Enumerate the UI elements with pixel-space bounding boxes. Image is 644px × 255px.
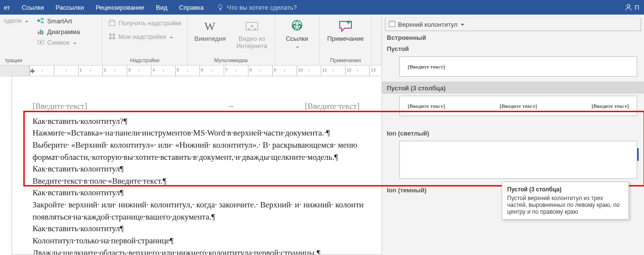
svg-rect-10: [109, 34, 112, 36]
my-addins-button[interactable]: Мои надстройки: [107, 32, 182, 41]
person-icon: [624, 3, 633, 12]
gallery-thumb-blank[interactable]: [Введите текст]: [399, 56, 637, 77]
group-label: Надстройки: [130, 56, 159, 64]
gallery-cat-blank[interactable]: Пустой: [382, 42, 644, 54]
chevron-down-icon: [295, 43, 299, 51]
addins-icon: [108, 33, 116, 40]
models-label: одели: [4, 17, 21, 24]
svg-rect-23: [389, 21, 395, 23]
group-comments: Примечание Примечания: [320, 15, 372, 65]
account-label: П: [635, 4, 639, 11]
gallery-dropdown[interactable]: Верхний колонтитул: [385, 17, 641, 31]
comment-button[interactable]: Примечание: [325, 17, 366, 43]
get-addins-button[interactable]: Получить надстройки: [107, 18, 182, 27]
link-icon: [289, 18, 305, 34]
links-button[interactable]: Ссылки: [280, 17, 314, 51]
tab-references[interactable]: Ссылки: [16, 0, 50, 15]
svg-point-17: [254, 28, 256, 30]
chart-icon: [37, 28, 45, 35]
gallery-section-builtin: Встроенный: [382, 31, 644, 42]
svg-point-8: [40, 41, 42, 43]
thumb-placeholder: [Введите текст]: [408, 64, 445, 69]
svg-rect-12: [109, 37, 112, 39]
svg-rect-5: [40, 30, 41, 34]
tab-cutoff[interactable]: ет: [3, 0, 16, 15]
online-video-button[interactable]: Видео из Интернета: [234, 17, 269, 50]
chart-label: Диаграмма: [47, 28, 80, 35]
online-video-label: Видео из Интернета: [234, 35, 269, 50]
wikipedia-button[interactable]: W Википедия: [193, 17, 228, 43]
my-addins-label: Мои надстройки: [118, 33, 166, 40]
tab-help[interactable]: Справка: [173, 0, 210, 15]
get-addins-label: Получить надстройки: [118, 19, 182, 27]
header-gallery: Верхний колонтитул Встроенный Пустой [Вв…: [381, 17, 644, 77]
svg-text:W: W: [204, 20, 215, 33]
group-media: W Википедия Видео из Интернета Мультимед…: [188, 15, 275, 65]
tab-view[interactable]: Вид: [150, 0, 173, 15]
tabs-left: ет Ссылки Рассылки Рецензирование Вид Сп…: [3, 0, 297, 15]
account-button[interactable]: П: [624, 3, 641, 12]
svg-rect-6: [42, 31, 43, 34]
indent-left[interactable]: [30, 70, 35, 76]
header-icon: [388, 20, 396, 29]
lightbulb-icon: [216, 3, 224, 11]
wikipedia-label: Википедия: [194, 35, 226, 43]
group-addins: Получить надстройки Мои надстройки Надст…: [102, 15, 188, 65]
svg-rect-9: [109, 21, 115, 26]
smartart-icon: [37, 17, 45, 25]
screenshot-button[interactable]: Снимок: [36, 38, 81, 47]
group-label: трации: [5, 56, 22, 64]
tab-review[interactable]: Рецензирование: [90, 0, 150, 15]
tell-me-label: Что вы хотите сделать?: [227, 4, 297, 11]
svg-rect-2: [41, 18, 44, 20]
smartart-label: SmartArt: [47, 17, 72, 25]
screenshot-icon: [37, 38, 45, 46]
tab-mailings[interactable]: Рассылки: [50, 0, 90, 15]
group-label: Мультимедиа: [214, 56, 248, 64]
models-button[interactable]: одели: [3, 17, 29, 25]
svg-rect-1: [37, 19, 40, 22]
chevron-down-icon: [72, 39, 76, 46]
svg-rect-13: [113, 37, 115, 39]
svg-point-16: [248, 28, 250, 30]
chevron-down-icon: [460, 21, 464, 28]
links-label: Ссылки: [286, 35, 308, 43]
group-label: Примечания: [330, 56, 361, 64]
tell-me[interactable]: Что вы хотите сделать?: [216, 3, 297, 11]
screenshot-label: Снимок: [47, 39, 69, 46]
store-icon: [108, 19, 116, 27]
chevron-down-icon: [24, 17, 28, 24]
wikipedia-icon: W: [202, 18, 218, 34]
group-illustrations: одели SmartArt Диаграмма Снимок трации: [0, 15, 102, 65]
comment-label: Примечание: [327, 35, 363, 43]
video-icon: [244, 18, 260, 34]
comment-icon: [338, 18, 353, 34]
chevron-down-icon: [168, 33, 173, 40]
smartart-button[interactable]: SmartArt: [36, 17, 81, 25]
svg-rect-4: [38, 32, 39, 34]
svg-rect-3: [41, 21, 44, 23]
chart-button[interactable]: Диаграмма: [36, 27, 81, 36]
group-links: Ссылки: [275, 15, 320, 65]
svg-rect-11: [113, 34, 115, 36]
svg-point-0: [627, 4, 630, 7]
gallery-dropdown-label: Верхний колонтитул: [398, 21, 458, 28]
ribbon-tabs: ет Ссылки Рассылки Рецензирование Вид Сп…: [0, 0, 644, 15]
